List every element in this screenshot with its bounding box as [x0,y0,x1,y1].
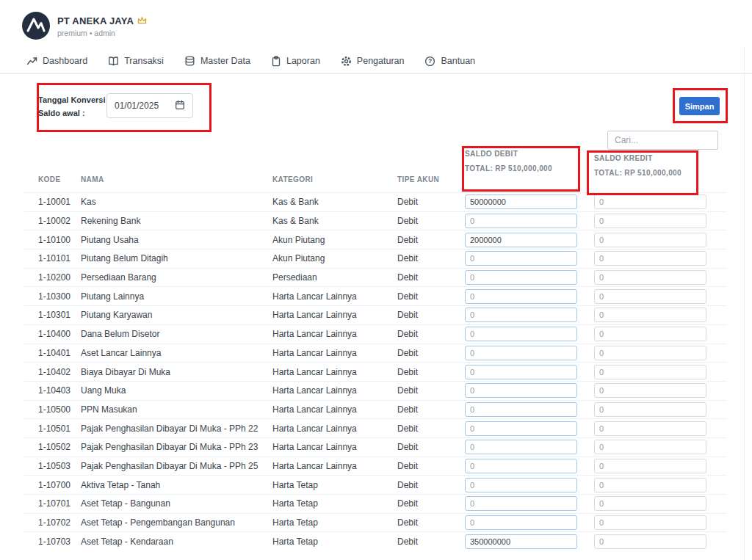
saldo-debit-input[interactable] [465,214,577,228]
saldo-debit-input[interactable] [465,515,577,530]
nav-item-laporan[interactable]: Laporan [271,56,320,67]
saldo-debit-input[interactable] [465,459,577,473]
book-icon [108,56,119,66]
saldo-kredit-input[interactable] [594,365,706,379]
table-row: 1-10402 Biaya Dibayar Di Muka Harta Lanc… [24,362,727,381]
save-button[interactable]: Simpan [679,97,720,115]
saldo-debit-input[interactable] [465,308,577,322]
nav-item-transaksi[interactable]: Transaksi [108,56,164,66]
row-kategori: Harta Lancar Lainnya [272,423,397,434]
saldo-kredit-input[interactable] [594,402,706,417]
saldo-debit-input[interactable] [465,478,577,492]
saldo-debit-input[interactable] [465,440,577,454]
row-kategori: Harta Tetap [272,537,397,547]
row-kode: 1-10700 [24,480,81,490]
conversion-date-input[interactable]: 01/01/2025 [106,93,193,118]
row-kategori: Akun Piutang [272,235,397,245]
row-nama: Pajak Penghasilan Dibayar Di Muka - PPh … [81,442,272,452]
saldo-kredit-input[interactable] [594,270,706,285]
saldo-debit-input[interactable] [465,327,577,341]
header-tipe-akun: TIPE AKUN [397,175,439,183]
accounts-table: KODE NAMA KATEGORI TIPE AKUN SALDO DEBIT… [24,147,727,550]
saldo-kredit-input[interactable] [594,308,706,322]
row-nama: Dana Belum Disetor [81,329,272,339]
row-nama: Piutang Karyawan [81,310,272,320]
saldo-debit-input[interactable] [465,251,577,266]
row-nama: Piutang Belum Ditagih [81,253,272,263]
row-kode: 1-10502 [24,442,81,452]
saldo-kredit-input[interactable] [594,233,706,247]
table-row: 1-10500 PPN Masukan Harta Lancar Lainnya… [24,400,727,419]
row-tipe-akun: Debit [397,310,465,320]
table-row: 1-10401 Aset Lancar Lainnya Harta Lancar… [24,343,727,363]
row-nama: Aset Tetap - Kendaraan [81,537,272,547]
table-row: 1-10503 Pajak Penghasilan Dibayar Di Muk… [24,457,727,476]
row-kategori: Harta Lancar Lainnya [272,329,397,339]
row-tipe-akun: Debit [397,423,465,434]
nav-item-bantuan[interactable]: ? Bantuan [424,56,475,67]
table-row: 1-10301 Piutang Karyawan Harta Lancar La… [24,305,727,324]
saldo-kredit-input[interactable] [594,515,706,530]
saldo-kredit-input[interactable] [594,383,706,398]
row-tipe-akun: Debit [397,480,465,490]
saldo-kredit-input[interactable] [594,421,706,436]
scrollbar-track[interactable] [744,47,745,560]
row-kode: 1-10101 [24,253,81,263]
row-tipe-akun: Debit [397,367,465,377]
table-row: 1-10701 Aset Tetap - Bangunan Harta Teta… [24,494,727,513]
saldo-kredit-input[interactable] [594,534,706,549]
saldo-kredit-input[interactable] [594,496,706,511]
saldo-kredit-input[interactable] [594,327,706,341]
table-row: 1-10403 Uang Muka Harta Lancar Lainnya D… [24,381,727,400]
row-nama: Uang Muka [81,385,272,396]
table-row: 1-10703 Aset Tetap - Kendaraan Harta Tet… [24,531,727,550]
saldo-debit-input[interactable] [465,365,577,379]
saldo-kredit-input[interactable] [594,478,706,492]
saldo-kredit-input[interactable] [594,346,706,360]
row-nama: Kas [81,197,272,207]
row-nama: Biaya Dibayar Di Muka [81,367,272,377]
nav-item-master-data[interactable]: Master Data [184,56,250,66]
saldo-debit-input[interactable] [465,194,577,209]
saldo-debit-input[interactable] [465,270,577,285]
row-kode: 1-10701 [24,498,81,509]
saldo-kredit-input[interactable] [594,289,706,304]
saldo-debit-input[interactable] [465,496,577,511]
gear-icon [341,56,352,67]
saldo-debit-input[interactable] [465,421,577,436]
saldo-debit-input[interactable] [465,402,577,417]
row-kategori: Kas & Bank [272,216,397,226]
saldo-debit-input[interactable] [465,289,577,304]
database-icon [184,56,195,66]
help-icon: ? [424,56,435,67]
table-row: 1-10501 Pajak Penghasilan Dibayar Di Muk… [24,418,727,437]
main-nav: Dashboard Transaksi Master Data Lap [0,51,752,74]
row-tipe-akun: Debit [397,253,465,263]
table-header: KODE NAMA KATEGORI TIPE AKUN SALDO DEBIT… [24,147,727,192]
saldo-kredit-input[interactable] [594,459,706,473]
saldo-debit-input[interactable] [465,233,577,247]
company-logo-icon[interactable] [22,12,50,40]
nav-item-pengaturan[interactable]: Pengaturan [341,56,405,67]
row-nama: Rekening Bank [81,216,272,226]
saldo-debit-input[interactable] [465,383,577,398]
company-subtitle: premium • admin [57,29,147,37]
nav-item-dashboard[interactable]: Dashboard [26,56,87,66]
row-tipe-akun: Debit [397,498,465,509]
table-row: 1-10400 Dana Belum Disetor Harta Lancar … [24,324,727,343]
saldo-kredit-input[interactable] [594,251,706,266]
calendar-icon [175,100,185,112]
row-kategori: Harta Lancar Lainnya [272,348,397,358]
row-nama: PPN Masukan [81,404,272,415]
row-kategori: Harta Lancar Lainnya [272,461,397,471]
row-kode: 1-10401 [24,348,81,358]
saldo-kredit-input[interactable] [594,440,706,454]
row-tipe-akun: Debit [397,348,465,358]
saldo-kredit-input[interactable] [594,214,706,228]
header-kategori: KATEGORI [272,175,313,183]
saldo-kredit-input[interactable] [594,194,706,209]
saldo-debit-input[interactable] [465,534,577,549]
saldo-debit-input[interactable] [465,346,577,360]
row-tipe-akun: Debit [397,329,465,339]
row-kode: 1-10702 [24,517,81,528]
